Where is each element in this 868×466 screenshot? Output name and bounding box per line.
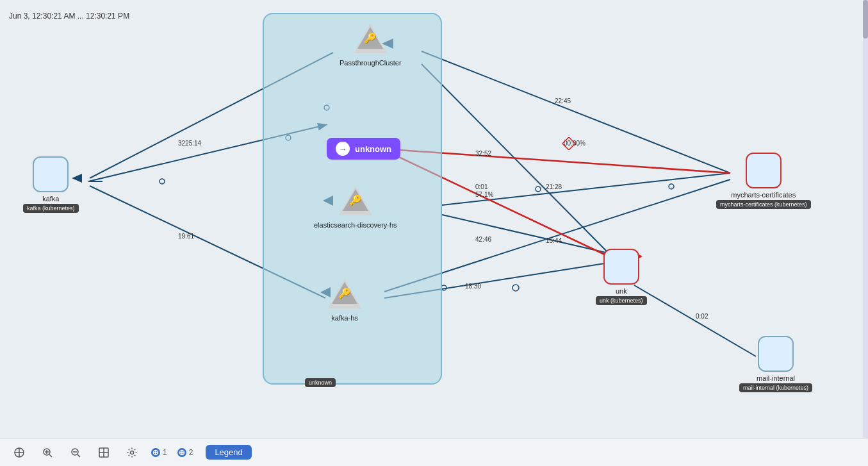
edge-label-e11: 19:61: [178, 233, 194, 240]
key-icon-kafkahs: 🔑: [338, 287, 351, 299]
key-icon-es: 🔑: [349, 194, 362, 206]
edge-label-e9: 15:44: [546, 237, 562, 244]
kafka-label: kafka: [42, 195, 59, 203]
key-icon: 🔑: [364, 32, 377, 44]
svg-line-4: [442, 215, 609, 253]
badge-dot-2: [177, 448, 186, 457]
kafka-node-box[interactable]: [33, 156, 69, 192]
svg-line-9: [634, 285, 756, 356]
kafka-ns-badge: kafka (kubernetes): [23, 204, 79, 213]
unk-label: unk: [616, 287, 627, 295]
unk-ns-badge: unk (kubernetes): [596, 296, 647, 305]
unknown-arrow-icon: [336, 142, 350, 156]
badge-2[interactable]: 2: [177, 448, 193, 457]
passthrough-cluster-node[interactable]: 🔑 PassthroughCluster: [340, 21, 402, 67]
zoom-in-button[interactable]: [38, 444, 56, 462]
elasticsearch-discovery-hs-label: elasticsearch-discovery-hs: [314, 221, 397, 229]
zoom-out-button[interactable]: [67, 444, 85, 462]
svg-line-35: [78, 454, 80, 457]
elasticsearch-discovery-hs-node[interactable]: 🔑 elasticsearch-discovery-hs: [314, 183, 397, 229]
mycharts-node-box[interactable]: [746, 153, 782, 188]
edge-label-e6: 57.1%: [475, 191, 493, 198]
svg-point-40: [131, 451, 134, 454]
mail-internal-box[interactable]: [758, 336, 794, 372]
badge-1[interactable]: 1: [151, 448, 167, 457]
unk-node-box[interactable]: [603, 249, 639, 285]
kafka-hs-node[interactable]: 🔑 kafka-hs: [327, 276, 363, 322]
edge-label-e5: 0:01: [475, 183, 487, 190]
scrollbar-thumb[interactable]: [863, 0, 868, 38]
edge-label-e7: 21:28: [546, 183, 562, 190]
edge-label-e2: 22:45: [555, 97, 571, 104]
svg-point-15: [512, 285, 519, 291]
toolbar: 1 2 Legend: [0, 438, 868, 466]
mail-internal-node[interactable]: mail-internal mail-internal (kubernetes): [739, 336, 812, 392]
mycharts-certificates-label: mycharts-certificates: [731, 191, 796, 199]
badge-1-count: 1: [163, 448, 167, 457]
edge-label-e8: 42:46: [475, 236, 491, 243]
edge-label-e1: 3225:14: [178, 140, 201, 147]
badge-2-count: 2: [189, 448, 193, 457]
edge-label-e12: 0:02: [696, 313, 708, 320]
unknown-label: unknown: [355, 144, 391, 154]
unk-node[interactable]: unk unk (kubernetes): [596, 249, 647, 305]
settings-button[interactable]: [123, 444, 141, 462]
mail-internal-ns-badge: mail-internal (kubernetes): [739, 383, 812, 392]
edge-label-e3: 32:52: [475, 150, 491, 157]
unknown-node[interactable]: unknown: [327, 138, 400, 160]
mycharts-certificates-node[interactable]: mycharts-certificates mycharts-certifica…: [716, 153, 811, 209]
svg-point-12: [160, 179, 165, 184]
svg-point-18: [536, 187, 541, 192]
badge-dot-1: [151, 448, 160, 457]
fit-button[interactable]: [95, 444, 113, 462]
legend-button[interactable]: Legend: [206, 445, 251, 460]
cluster-namespace-badge: unknown: [305, 378, 336, 387]
scrollbar[interactable]: [863, 0, 868, 438]
edge-label-e10: 18:30: [465, 283, 481, 290]
passthrough-cluster-label: PassthroughCluster: [340, 59, 402, 67]
kafka-node[interactable]: kafka kafka (kubernetes): [23, 156, 79, 213]
svg-point-17: [669, 184, 674, 189]
layout-button[interactable]: [10, 444, 28, 462]
mycharts-ns-badge: mycharts-certificates (kubernetes): [716, 200, 811, 209]
kafka-hs-label: kafka-hs: [331, 314, 358, 322]
timestamp-label: Jun 3, 12:30:21 AM ... 12:30:21 PM: [9, 12, 129, 21]
svg-line-31: [49, 454, 52, 457]
mail-internal-label: mail-internal: [757, 374, 795, 382]
svg-marker-26: [562, 137, 575, 150]
diamond-icon: [562, 137, 575, 150]
